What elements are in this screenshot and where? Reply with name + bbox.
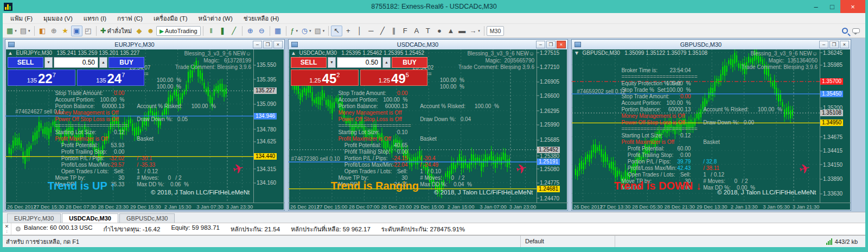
data-window-button[interactable]: ▣ — [71, 26, 82, 36]
app-maximize-button[interactable]: □ — [824, 0, 840, 13]
tab-eurjpyc-m30[interactable]: EURJPYc,M30 — [7, 213, 61, 223]
tab-gbpusdc-m30[interactable]: GBPUSDc,M30 — [119, 213, 175, 223]
price-scale[interactable]: 1.362451.359851.357001.354501.352001.351… — [820, 49, 851, 203]
ea-row-extra: # Moves: 0 / 2 — [420, 175, 464, 181]
sell-button[interactable]: SELL — [8, 57, 43, 68]
chart-window-titlebar[interactable]: GBPUSDc,M30 – ❐ × — [572, 40, 851, 49]
candlestick-chart-button[interactable]: ❚ — [217, 26, 228, 36]
crosshair-button[interactable]: + — [342, 26, 354, 36]
price-tick: 1.27210 — [540, 64, 559, 70]
equidistant-channel-button[interactable]: ∥ — [388, 26, 399, 36]
rectangle-button[interactable]: ▬ — [456, 26, 468, 36]
chart-minimize-button[interactable]: – — [536, 41, 545, 48]
menu-window[interactable]: หน้าต่าง (W) — [193, 13, 238, 24]
lot-decrease-button[interactable]: ▼ — [328, 57, 336, 68]
chart-plot[interactable]: ▲ EURJPYc,M30 135.241 135.259 135.201 13… — [5, 49, 254, 203]
chart-window-titlebar[interactable]: EURJPYc,M30 – ❐ × — [5, 40, 284, 49]
tile-windows-button[interactable]: ▦ — [272, 26, 284, 36]
menu-insert[interactable]: แทรก (I) — [78, 13, 112, 24]
lot-size-input[interactable]: 0.50 — [54, 57, 98, 68]
arrows-button[interactable]: →▾ — [468, 26, 482, 36]
timeframe-button[interactable]: M30 — [487, 26, 504, 36]
terminal-button[interactable]: ◆ — [133, 26, 145, 36]
ea-panel-row: Profit Potential:40.65 — [289, 142, 537, 149]
time-scale[interactable]: 26 Dec 201727 Dec 15:3028 Dec 07:3028 De… — [5, 203, 284, 210]
time-scale[interactable]: 26 Dec 201727 Dec 13:3028 Dec 05:3028 De… — [572, 203, 851, 210]
line-chart-button[interactable]: ╱ — [228, 26, 240, 36]
chart-window-titlebar[interactable]: USDCADc,M30 – ❐ × — [289, 40, 567, 49]
terminal-close-button[interactable]: ✕ — [5, 224, 9, 229]
chart-close-button[interactable]: × — [273, 41, 283, 48]
chart-close-button[interactable]: × — [557, 41, 566, 48]
price-scale[interactable]: 1.275151.272101.269051.266001.262951.259… — [537, 49, 567, 203]
fibonacci-button[interactable]: F — [399, 26, 411, 36]
chart-plot[interactable]: ▼ GBPUSDc,M30 1.35099 1.35122 1.35079 1.… — [572, 49, 820, 203]
search-icon[interactable] — [842, 28, 848, 34]
tab-usdcadc-m30[interactable]: USDCADc,M30 — [62, 213, 118, 223]
sell-price-button[interactable]: 135227 — [8, 70, 75, 86]
ea-header-label: Blessing_3_v3_9_6 NEW☺Magic: 613728199Tr… — [175, 51, 251, 71]
copyright-label: © 2018, J Talon LLC/FiFtHeLeMeNt — [717, 189, 816, 196]
zoom-in-button[interactable]: ⊕ — [245, 26, 256, 36]
horizontal-line-button[interactable]: ─ — [365, 26, 376, 36]
app-close-button[interactable]: × — [840, 0, 865, 13]
sell-button[interactable]: SELL — [291, 57, 327, 68]
buy-price-button[interactable]: 135247 — [77, 70, 145, 86]
chat-icon[interactable] — [852, 28, 860, 33]
market-watch-button[interactable]: ◧ — [37, 26, 48, 36]
menu-file[interactable]: แฟ้ม (F) — [5, 13, 38, 24]
indicators-button[interactable]: ƒ▾ — [289, 26, 300, 36]
buy-button[interactable]: BUY — [108, 57, 144, 68]
lot-increase-button[interactable]: ▲ — [99, 57, 107, 68]
price-tag-gray: 1.25452 — [537, 147, 560, 153]
menu-view[interactable]: มุมมอง (V) — [38, 13, 78, 24]
lot-size-input[interactable]: 0.50 — [337, 57, 381, 68]
chart-close-button[interactable]: × — [840, 41, 849, 48]
chart-restore-button[interactable]: ❐ — [829, 41, 839, 48]
lot-increase-button[interactable]: ▲ — [382, 57, 391, 68]
autotrading-button[interactable]: ▶AutoTrading — [156, 26, 201, 36]
chart-minimize-button[interactable]: – — [819, 41, 828, 48]
ea-header-line: Trade Comment: Blessing 3.9.6 — [742, 64, 818, 71]
trendline-button[interactable]: ╱ — [376, 26, 388, 36]
sell-price-button[interactable]: 1.25452 — [291, 70, 359, 86]
triangle-button[interactable]: ▲ — [445, 26, 456, 36]
chart-minimize-button[interactable]: – — [253, 41, 262, 48]
status-profile[interactable]: Default — [520, 236, 615, 247]
app-titlebar[interactable]: 8755182: Exness-Real6 - USDCADc,M30 – □ … — [3, 0, 865, 13]
text-button[interactable]: A — [411, 26, 422, 36]
menu-tools[interactable]: เครื่องมือ (T) — [148, 13, 193, 24]
profiles-button[interactable]: ▤▾ — [18, 26, 32, 36]
new-order-button[interactable]: ✚คำสั่งใหม่ — [99, 26, 133, 36]
terminal-item: หลักประกันที่เหลือ: 59 962.17 — [291, 224, 371, 234]
price-scale[interactable]: 135.550135.395135.227135.090134.946134.7… — [254, 49, 284, 203]
templates-button[interactable]: ▧▾ — [313, 26, 327, 36]
zoom-out-button[interactable]: ⊖ — [256, 26, 267, 36]
favorites-button[interactable]: ★ — [60, 26, 71, 36]
periods-button[interactable]: ◷▾ — [300, 26, 313, 36]
price-tick: 1.26600 — [540, 92, 559, 98]
terminal-grip-icon[interactable]: ⁞ — [6, 230, 7, 234]
bar-chart-button[interactable]: ‖ — [206, 26, 217, 36]
time-scale[interactable]: 26 Dec 201727 Dec 15:0028 Dec 07:0028 De… — [289, 203, 567, 210]
new-chart-button[interactable]: ▦▾ — [5, 26, 18, 36]
expert-advisors-button[interactable]: ☻ — [145, 26, 156, 36]
chart-plot[interactable]: ▲ USDCADc,M30 1.25395 1.25462 1.25395 1.… — [289, 49, 537, 203]
chart-restore-button[interactable]: ❐ — [263, 41, 272, 48]
chart-restore-button[interactable]: ❐ — [546, 41, 556, 48]
ellipse-button[interactable]: ● — [433, 26, 445, 36]
menu-charts[interactable]: กราฟ (C) — [112, 13, 148, 24]
rectangle-icon: ▬ — [458, 26, 465, 36]
panel-side-value: 100.00 % — [157, 77, 181, 83]
app-minimize-button[interactable]: – — [808, 0, 824, 13]
buy-button[interactable]: BUY — [392, 57, 427, 68]
lot-decrease-button[interactable]: ▼ — [44, 57, 53, 68]
cursor-button[interactable]: ↖ — [331, 26, 342, 36]
text-label-button[interactable]: T — [422, 26, 433, 36]
templates-icon: ▧ — [315, 26, 321, 36]
vertical-line-button[interactable]: │ — [354, 26, 365, 36]
buy-price-button[interactable]: 1.25495 — [360, 70, 428, 86]
menu-help[interactable]: ช่วยเหลือ (H) — [238, 13, 285, 24]
navigator-button[interactable]: ⊕ — [48, 26, 60, 36]
strategy-tester-button[interactable]: ◰ — [82, 26, 94, 36]
